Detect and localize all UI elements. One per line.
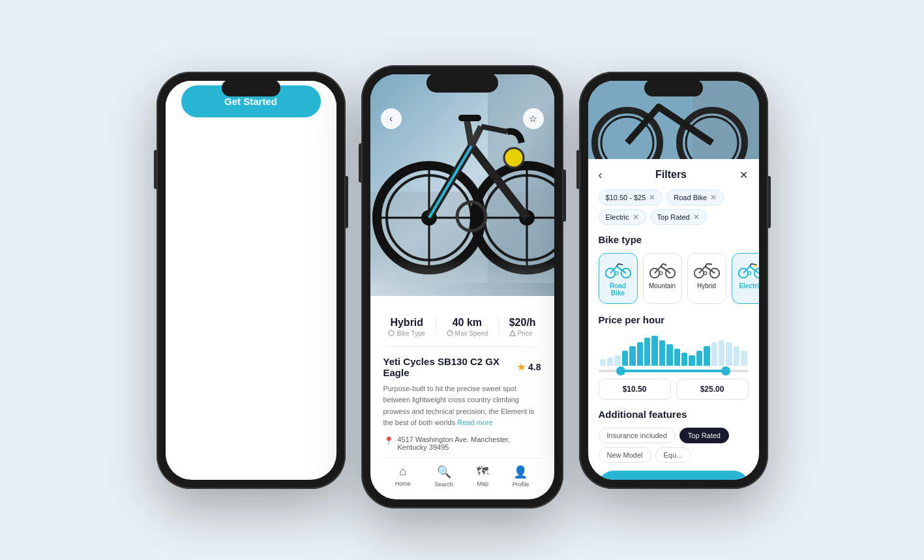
- back-button[interactable]: ‹: [381, 108, 402, 129]
- show-results-button[interactable]: Show Results: [599, 471, 749, 480]
- price-thumb-min[interactable]: [616, 366, 625, 376]
- nav-home[interactable]: ⌂ Home: [395, 465, 411, 487]
- filter-chip-toprated[interactable]: Top Rated ✕: [650, 209, 707, 225]
- price-bar: [600, 359, 606, 366]
- spec-type-value: Hybrid: [388, 317, 425, 329]
- price-bar: [674, 349, 680, 366]
- price-thumb-max[interactable]: [721, 366, 730, 376]
- remove-filter-price[interactable]: ✕: [649, 193, 655, 202]
- bike-type-road[interactable]: Road Bike: [599, 253, 638, 304]
- svg-line-65: [618, 263, 622, 265]
- price-max-input[interactable]: $25.00: [676, 379, 749, 400]
- svg-marker-53: [510, 331, 515, 336]
- spec-divider-2: [498, 317, 499, 337]
- price-bar: [607, 357, 613, 366]
- filters-screen: ‹ Filters ✕ $10.50 - $25 ✕ Road Bike ✕: [588, 81, 759, 480]
- price-section-title: Price per hour: [599, 314, 749, 325]
- feature-new-model[interactable]: New Model: [599, 447, 651, 463]
- nav-map[interactable]: 🗺 Map: [477, 465, 488, 487]
- spec-price: $20/h Price: [509, 317, 536, 337]
- price-bar: [614, 355, 620, 366]
- nav-profile-label: Profile: [513, 481, 529, 488]
- electric-bike-label: Electric: [739, 282, 758, 289]
- phone1-screen: BS: [166, 81, 336, 480]
- svg-line-70: [661, 263, 663, 266]
- price-bar: [629, 346, 635, 366]
- home-icon: ⌂: [399, 465, 406, 479]
- price-bar: [689, 355, 694, 366]
- svg-point-49: [504, 148, 524, 168]
- filters-back-button[interactable]: ‹: [599, 168, 603, 182]
- remove-filter-toprated[interactable]: ✕: [693, 213, 700, 222]
- nav-profile[interactable]: 👤 Profile: [513, 465, 529, 488]
- nav-search[interactable]: 🔍 Search: [434, 465, 453, 488]
- road-bike-icon: [605, 260, 631, 278]
- phone3-screen: ‹ Filters ✕ $10.50 - $25 ✕ Road Bike ✕: [588, 81, 759, 480]
- filters-close-button[interactable]: ✕: [739, 169, 748, 181]
- bike-type-electric[interactable]: ⚡ Electric: [732, 253, 759, 304]
- location-icon: 📍: [383, 436, 394, 446]
- mountain-bike-label: Mountain: [649, 282, 676, 289]
- hybrid-bike-label: Hybrid: [697, 282, 716, 289]
- bike-illustration: [166, 133, 336, 136]
- remove-filter-electric[interactable]: ✕: [633, 213, 639, 222]
- rating-value: 4.8: [528, 362, 541, 372]
- phone-detail: ‹ ☆: [361, 65, 563, 508]
- additional-section-title: Additional features: [599, 409, 749, 420]
- filter-chip-price[interactable]: $10.50 - $25 ✕: [599, 190, 663, 205]
- search-icon: 🔍: [437, 465, 451, 479]
- spec-speed: 40 km Max Speed: [447, 317, 488, 337]
- feature-insurance[interactable]: Insurance included: [599, 428, 676, 443]
- price-bar: [719, 340, 724, 366]
- spec-divider-1: [436, 317, 436, 337]
- price-section: Price per hour $10.50 $25.00: [599, 314, 749, 400]
- bike-photo-svg: [370, 74, 554, 283]
- price-bar: [734, 346, 739, 366]
- svg-line-76: [705, 263, 706, 266]
- price-bar: [741, 351, 747, 366]
- price-slider[interactable]: [599, 370, 749, 372]
- filters-header: ‹ Filters ✕: [599, 168, 749, 182]
- bike-name: Yeti Cycles SB130 C2 GX Eagle: [383, 356, 518, 378]
- dynamic-island-2: [426, 73, 498, 93]
- feature-equ[interactable]: Equ...: [655, 447, 691, 463]
- svg-line-71: [663, 263, 666, 265]
- read-more-link[interactable]: Read more: [457, 419, 492, 426]
- remove-filter-roadbike[interactable]: ✕: [710, 193, 717, 202]
- filter-chip-electric[interactable]: Electric ✕: [599, 209, 646, 225]
- hybrid-bike-icon: [694, 260, 720, 278]
- svg-line-46: [467, 120, 471, 146]
- star-icon: ★: [517, 362, 526, 372]
- price-bar: [696, 351, 702, 366]
- photo-overlay: [370, 257, 554, 296]
- favorite-button[interactable]: ☆: [523, 108, 544, 129]
- price-bar: [651, 336, 657, 366]
- nav-search-label: Search: [434, 481, 453, 488]
- bike-type-mountain[interactable]: Mountain: [643, 253, 682, 304]
- spec-speed-value: 40 km: [447, 317, 488, 329]
- dynamic-island-1: [222, 80, 280, 96]
- svg-line-77: [707, 263, 712, 264]
- price-bar: [704, 346, 709, 366]
- bike-type-hybrid[interactable]: Hybrid: [687, 253, 726, 304]
- bike-svg: [166, 133, 336, 136]
- bike-specs: Hybrid Bike Type 40 km Max Speed: [383, 308, 541, 347]
- detail-screen: ‹ ☆: [370, 74, 554, 499]
- price-bar: [711, 342, 717, 366]
- price-min-input[interactable]: $10.50: [599, 379, 671, 400]
- spec-price-value: $20/h: [509, 317, 536, 329]
- svg-point-51: [389, 331, 394, 336]
- bike-photo-area: ‹ ☆: [370, 74, 554, 296]
- bike-rating: ★ 4.8: [517, 362, 541, 372]
- spec-type-label: Bike Type: [388, 330, 425, 337]
- bike-type-section-title: Bike type: [599, 234, 749, 245]
- price-bar: [659, 340, 665, 366]
- slider-track[interactable]: [599, 370, 749, 372]
- feature-top-rated[interactable]: Top Rated: [679, 428, 729, 443]
- profile-icon: 👤: [513, 465, 528, 479]
- price-bar: [681, 353, 687, 366]
- price-bar: [666, 344, 672, 366]
- phone2-screen: ‹ ☆: [370, 74, 554, 499]
- bike-name-row: Yeti Cycles SB130 C2 GX Eagle ★ 4.8: [383, 356, 541, 378]
- filter-chip-roadbike[interactable]: Road Bike ✕: [666, 190, 724, 205]
